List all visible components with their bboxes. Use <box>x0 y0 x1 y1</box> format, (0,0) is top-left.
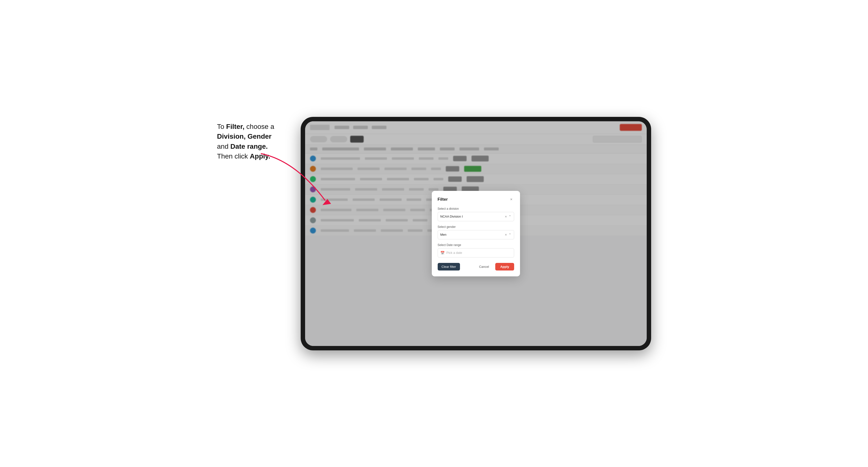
tablet-screen: Filter × Select a division NCAA Division… <box>305 121 647 346</box>
filter-modal: Filter × Select a division NCAA Division… <box>432 191 520 276</box>
gender-chevron-icon: ⌃ <box>508 233 512 237</box>
date-placeholder: Pick a date <box>446 251 462 255</box>
bold-division-gender: Division, Gender <box>217 132 272 140</box>
modal-title: Filter <box>438 197 448 202</box>
division-select-value: NCAA Division I <box>440 215 463 218</box>
division-field: Select a division NCAA Division I × ⌃ <box>438 207 514 221</box>
modal-header: Filter × <box>438 197 514 202</box>
annotation-text: To Filter, choose a Division, Gender and… <box>217 122 288 161</box>
calendar-icon: 📅 <box>440 251 444 255</box>
footer-right-buttons: Cancel Apply <box>475 263 514 271</box>
tablet-frame: Filter × Select a division NCAA Division… <box>301 117 651 350</box>
gender-select[interactable]: Men × ⌃ <box>438 230 514 239</box>
clear-filter-button[interactable]: Clear filter <box>438 263 460 271</box>
division-select-icons: × ⌃ <box>505 215 511 219</box>
division-chevron-icon: ⌃ <box>508 215 512 219</box>
date-range-label: Select Date range <box>438 243 514 247</box>
bold-apply: Apply. <box>250 152 270 160</box>
modal-footer: Clear filter Cancel Apply <box>438 263 514 271</box>
modal-overlay: Filter × Select a division NCAA Division… <box>305 121 647 346</box>
gender-select-icons: × ⌃ <box>505 233 511 237</box>
gender-field: Select gender Men × ⌃ <box>438 225 514 239</box>
gender-label: Select gender <box>438 225 514 228</box>
gender-clear-icon[interactable]: × <box>505 233 507 237</box>
page-wrapper: To Filter, choose a Division, Gender and… <box>217 117 651 350</box>
division-clear-icon[interactable]: × <box>505 215 507 219</box>
gender-select-value: Men <box>440 233 446 237</box>
division-select[interactable]: NCAA Division I × ⌃ <box>438 212 514 221</box>
modal-close-button[interactable]: × <box>509 197 514 202</box>
bold-filter: Filter, <box>226 123 245 130</box>
bold-date-range: Date range. <box>230 143 268 150</box>
division-label: Select a division <box>438 207 514 211</box>
date-range-field: Select Date range 📅 Pick a date <box>438 243 514 257</box>
date-range-input[interactable]: 📅 Pick a date <box>438 248 514 257</box>
cancel-button[interactable]: Cancel <box>475 263 493 271</box>
apply-button[interactable]: Apply <box>495 263 514 271</box>
